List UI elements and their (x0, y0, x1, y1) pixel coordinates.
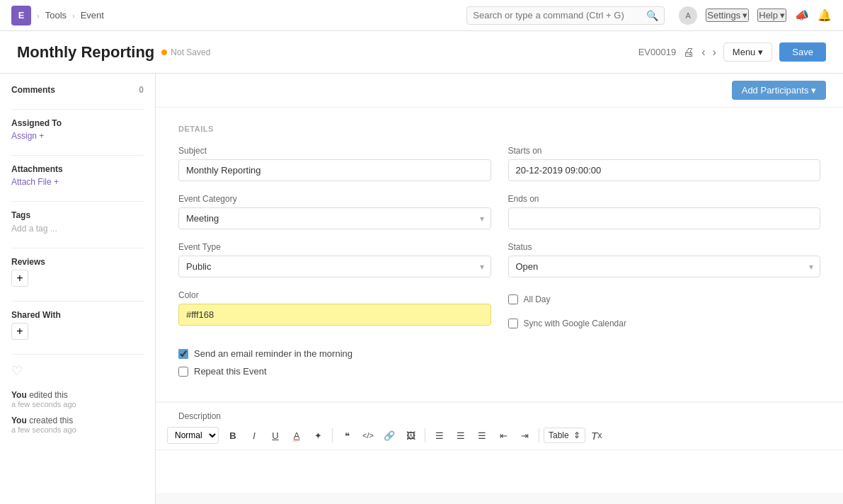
form-row-4: Color All Day Sync with Google Calendar (178, 290, 820, 336)
attach-file-button[interactable]: Attach File + (11, 177, 144, 187)
all-day-row[interactable]: All Day (508, 294, 821, 304)
status-group: Status Open Closed Cancelled (508, 242, 821, 277)
event-type-select[interactable]: Public Private Confidential (178, 256, 491, 277)
ends-on-input[interactable] (508, 207, 821, 229)
assign-button[interactable]: Assign + (11, 131, 144, 141)
table-chevron-icon: ⇕ (573, 430, 580, 440)
table-label: Table (549, 430, 569, 440)
bold-button[interactable]: B (223, 425, 243, 445)
font-color-button[interactable]: A (287, 425, 306, 445)
highlight-button[interactable]: ✦ (308, 425, 328, 445)
print-button[interactable]: 🖨 (683, 46, 694, 59)
not-saved-label: Not Saved (171, 47, 210, 57)
sidebar: Comments 0 Assigned To Assign + Attachme… (0, 74, 156, 504)
event-category-select[interactable]: Meeting Call Other (178, 207, 491, 229)
email-reminder-row[interactable]: Send an email reminder in the morning (178, 348, 820, 359)
code-button[interactable]: </> (358, 425, 378, 445)
table-select[interactable]: Table ⇕ (544, 428, 585, 443)
menu-button[interactable]: Menu ▾ (723, 42, 773, 62)
bell-icon[interactable]: 🔔 (818, 8, 832, 22)
add-participants-bar: Add Participants ▾ (156, 74, 843, 108)
editor-area[interactable] (156, 450, 843, 493)
add-participants-button[interactable]: Add Participants ▾ (732, 81, 826, 100)
status-select-wrapper: Open Closed Cancelled (508, 256, 821, 277)
align-button[interactable]: ☰ (472, 425, 492, 445)
breadcrumb-chevron-1: › (37, 11, 40, 20)
text-style-select[interactable]: Normal (167, 427, 219, 444)
right-checkbox-group: All Day Sync with Google Calendar (508, 294, 821, 336)
settings-button[interactable]: Settings ▾ (706, 8, 749, 22)
not-saved-badge: Not Saved (161, 47, 210, 57)
repeat-event-row[interactable]: Repeat this Event (178, 366, 820, 377)
all-day-checkbox[interactable] (508, 294, 518, 304)
event-category-group: Event Category Meeting Call Other (178, 194, 491, 229)
activity-time-2: a few seconds ago (11, 425, 144, 434)
add-shared-button[interactable]: + (11, 323, 28, 340)
add-tag-input[interactable]: Add a tag ... (11, 224, 57, 234)
ev-number: EV00019 (638, 47, 677, 57)
avatar: A (679, 6, 697, 25)
color-group: Color (178, 290, 491, 336)
breadcrumb-event[interactable]: Event (81, 10, 104, 21)
assigned-to-label: Assigned To (11, 118, 144, 128)
editor-toolbar: Normal B I U A ✦ ❝ </> 🔗 🖼 ☰ ☰ ☰ ⇤ ⇥ (156, 421, 843, 450)
page-title: Monthly Reporting (17, 43, 154, 62)
underline-button[interactable]: U (265, 425, 285, 445)
italic-button[interactable]: I (244, 425, 264, 445)
image-button[interactable]: 🖼 (401, 425, 420, 445)
repeat-event-checkbox[interactable] (178, 367, 188, 377)
details-section-label: DETAILS (178, 125, 820, 133)
sidebar-reviews: Reviews + (11, 257, 144, 287)
toolbar-divider-3 (539, 428, 539, 442)
blockquote-button[interactable]: ❝ (337, 425, 357, 445)
right-checkboxes: All Day Sync with Google Calendar (508, 290, 821, 336)
next-button[interactable]: › (713, 46, 716, 59)
repeat-event-label: Repeat this Event (194, 366, 267, 377)
link-button[interactable]: 🔗 (379, 425, 399, 445)
indent-right-button[interactable]: ⇥ (515, 425, 534, 445)
sidebar-shared-with: Shared With + (11, 310, 144, 340)
save-button[interactable]: Save (779, 42, 826, 62)
event-type-select-wrapper: Public Private Confidential (178, 256, 491, 277)
sync-google-checkbox[interactable] (508, 319, 518, 328)
nav-actions: A Settings ▾ Help ▾ 📣 🔔 (679, 6, 832, 25)
activity-action-2: created this (29, 416, 73, 425)
comments-count: 0 (139, 85, 144, 95)
activity-action-1: edited this (29, 390, 68, 400)
ordered-list-button[interactable]: ☰ (430, 425, 449, 445)
status-select[interactable]: Open Closed Cancelled (508, 256, 821, 277)
ends-on-group: Ends on (508, 194, 821, 229)
activity-item: You edited this a few seconds ago (11, 390, 144, 408)
description-label: Description (156, 403, 843, 421)
clear-format-button[interactable]: Tx (587, 425, 607, 445)
prev-button[interactable]: ‹ (701, 46, 705, 59)
unordered-list-button[interactable]: ☰ (451, 425, 471, 445)
breadcrumb-tools[interactable]: Tools (45, 10, 67, 21)
sync-google-label: Sync with Google Calendar (524, 319, 626, 328)
attachments-label: Attachments (11, 164, 144, 174)
megaphone-icon[interactable]: 📣 (795, 8, 809, 22)
heart-icon[interactable]: ♡ (11, 364, 23, 378)
description-panel: Description Normal B I U A ✦ ❝ </> 🔗 🖼 ☰… (156, 402, 843, 493)
main-content: Add Participants ▾ DETAILS Subject Start… (156, 74, 843, 504)
color-input[interactable] (178, 304, 491, 326)
activity-who-1: You (11, 390, 27, 400)
search-input[interactable] (473, 10, 642, 21)
email-reminder-checkbox[interactable] (178, 349, 188, 359)
event-type-group: Event Type Public Private Confidential (178, 242, 491, 277)
subject-input[interactable] (178, 159, 491, 181)
breadcrumb-chevron-2: › (72, 11, 75, 20)
status-label: Status (508, 242, 821, 252)
indent-left-button[interactable]: ⇤ (493, 425, 513, 445)
sidebar-tags: Tags Add a tag ... (11, 210, 144, 234)
page-header: Monthly Reporting Not Saved EV00019 🖨 ‹ … (0, 31, 843, 74)
starts-on-input[interactable] (508, 159, 821, 181)
reviews-label: Reviews (11, 257, 144, 267)
add-review-button[interactable]: + (11, 270, 28, 287)
event-type-label: Event Type (178, 242, 491, 252)
sidebar-comments: Comments 0 (11, 85, 144, 95)
help-button[interactable]: Help ▾ (757, 8, 786, 22)
sync-google-row[interactable]: Sync with Google Calendar (508, 319, 821, 328)
all-day-label: All Day (524, 294, 551, 304)
form-row-3: Event Type Public Private Confidential S… (178, 242, 820, 277)
